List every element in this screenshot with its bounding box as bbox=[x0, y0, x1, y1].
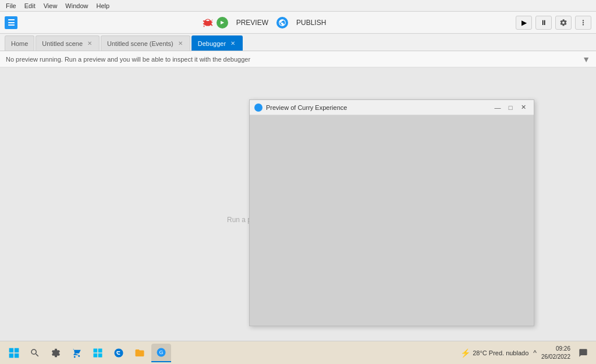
svg-rect-7 bbox=[98, 353, 102, 357]
taskbar-notification-button[interactable] bbox=[575, 345, 591, 361]
svg-text:G: G bbox=[159, 349, 163, 355]
svg-rect-2 bbox=[9, 353, 14, 358]
taskbar-edge-button[interactable] bbox=[109, 344, 128, 362]
taskbar-windows-button[interactable] bbox=[88, 344, 107, 362]
publish-icon bbox=[276, 17, 288, 28]
taskbar-store-button[interactable] bbox=[68, 344, 86, 362]
svg-rect-1 bbox=[15, 348, 19, 352]
preview-window-title: Preview of Curry Experience bbox=[266, 104, 488, 111]
tab-debugger[interactable]: Debugger ✕ bbox=[191, 35, 243, 51]
taskbar-start-button[interactable] bbox=[5, 344, 23, 362]
play-ctrl-button[interactable]: ▶ bbox=[516, 16, 532, 30]
settings-ctrl-button[interactable] bbox=[555, 16, 572, 30]
more-ctrl-button[interactable] bbox=[575, 16, 591, 30]
taskbar-weather[interactable]: ⚡ 28°C Pred. nublado bbox=[460, 348, 528, 358]
svg-rect-4 bbox=[94, 348, 98, 352]
menu-help[interactable]: Help bbox=[93, 1, 113, 10]
preview-window-maximize[interactable]: □ bbox=[505, 103, 516, 112]
app-icon: ☰ bbox=[5, 16, 17, 29]
menu-file[interactable]: File bbox=[2, 1, 20, 10]
taskbar-search-button[interactable] bbox=[26, 344, 44, 362]
preview-window-controls: — □ ✕ bbox=[492, 103, 529, 112]
taskbar-clock[interactable]: 09:26 26/02/2022 bbox=[541, 345, 570, 361]
svg-rect-6 bbox=[94, 353, 98, 357]
tab-untitled-scene-events-close[interactable]: ✕ bbox=[177, 40, 184, 47]
info-message: No preview running. Run a preview and yo… bbox=[6, 56, 250, 63]
tab-untitled-scene[interactable]: Untitled scene ✕ bbox=[36, 35, 100, 51]
preview-button[interactable]: PREVIEW bbox=[230, 16, 274, 29]
preview-window-body bbox=[250, 115, 534, 326]
tabs-bar: Home Untitled scene ✕ Untitled scene (Ev… bbox=[0, 34, 596, 51]
preview-window-titlebar: Preview of Curry Experience — □ ✕ bbox=[250, 100, 534, 115]
menu-edit[interactable]: Edit bbox=[21, 1, 39, 10]
svg-rect-0 bbox=[9, 348, 14, 352]
pause-ctrl-button[interactable]: ⏸ bbox=[535, 16, 552, 30]
tab-home[interactable]: Home bbox=[5, 35, 34, 51]
taskbar-settings-button[interactable] bbox=[47, 344, 65, 362]
svg-rect-5 bbox=[98, 348, 102, 352]
tab-debugger-close[interactable]: ✕ bbox=[229, 40, 236, 47]
publish-button[interactable]: PUBLISH bbox=[290, 16, 332, 29]
taskbar: G ⚡ 28°C Pred. nublado ^ 09:26 26/02/202… bbox=[0, 341, 596, 364]
tab-untitled-scene-close[interactable]: ✕ bbox=[86, 40, 93, 47]
weather-icon: ⚡ bbox=[460, 348, 470, 358]
preview-play-icon: ▶ bbox=[217, 17, 228, 28]
menu-bar: File Edit View Window Help bbox=[0, 0, 596, 12]
bug-icon bbox=[201, 16, 214, 29]
menu-view[interactable]: View bbox=[40, 1, 61, 10]
taskbar-chevron[interactable]: ^ bbox=[533, 349, 537, 357]
preview-window: Preview of Curry Experience — □ ✕ bbox=[249, 99, 534, 326]
toolbar-right: ▶ ⏸ bbox=[516, 16, 591, 30]
tab-untitled-scene-events[interactable]: Untitled scene (Events) ✕ bbox=[101, 35, 190, 51]
toolbar-center: ▶ PREVIEW PUBLISH bbox=[201, 16, 332, 29]
preview-window-minimize[interactable]: — bbox=[492, 103, 503, 112]
info-bar-chevron[interactable]: ▼ bbox=[582, 55, 590, 64]
preview-window-close[interactable]: ✕ bbox=[517, 103, 529, 112]
toolbar: ☰ ▶ PREVIEW PUBLISH ▶ ⏸ bbox=[0, 12, 596, 34]
menu-window[interactable]: Window bbox=[62, 1, 91, 10]
taskbar-date: 26/02/2022 bbox=[541, 353, 570, 361]
taskbar-time: 09:26 bbox=[541, 345, 570, 353]
taskbar-right: ⚡ 28°C Pred. nublado ^ 09:26 26/02/2022 bbox=[460, 345, 591, 361]
svg-rect-3 bbox=[15, 353, 19, 358]
info-bar: No preview running. Run a preview and yo… bbox=[0, 51, 596, 67]
weather-text: 28°C Pred. nublado bbox=[473, 349, 528, 356]
main-content: Run a previ... Preview of Curry Experien… bbox=[0, 67, 596, 341]
taskbar-active-app[interactable]: G bbox=[151, 344, 171, 362]
preview-window-icon bbox=[254, 104, 262, 112]
taskbar-explorer-button[interactable] bbox=[130, 344, 149, 362]
